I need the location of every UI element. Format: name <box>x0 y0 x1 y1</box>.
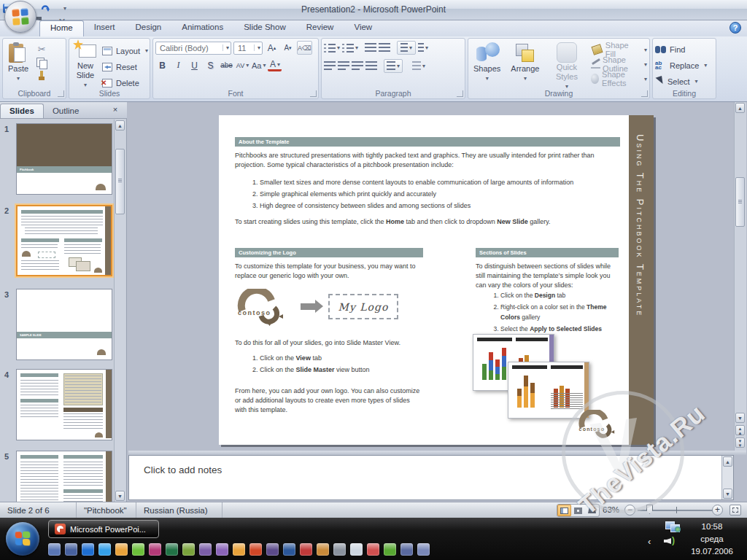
help-button[interactable]: ? <box>729 22 741 34</box>
convert-smartart-button[interactable] <box>412 61 425 71</box>
scroll-down-button[interactable]: ▼ <box>115 491 125 501</box>
movie-maker-icon[interactable] <box>400 543 413 556</box>
replace-button[interactable]: abacReplace <box>655 58 713 72</box>
italic-button[interactable]: I <box>171 58 185 72</box>
decrease-indent-button[interactable] <box>365 43 376 53</box>
grow-font-button[interactable]: A▴ <box>265 41 279 55</box>
slide-2-thumbnail-selected[interactable] <box>16 205 112 276</box>
tab-insert[interactable]: Insert <box>84 20 125 36</box>
align-right-button[interactable] <box>352 61 363 71</box>
tab-review[interactable]: Review <box>296 20 344 36</box>
status-slide-indicator[interactable]: Slide 2 of 6 <box>0 502 77 518</box>
tab-animations[interactable]: Animations <box>171 20 233 36</box>
messenger-icon[interactable] <box>132 543 144 556</box>
align-left-button[interactable] <box>324 61 336 71</box>
find-button[interactable]: Find <box>655 42 713 56</box>
slide-5-thumbnail[interactable] <box>16 451 112 502</box>
tab-design[interactable]: Design <box>125 20 171 36</box>
volume-icon[interactable] <box>664 535 678 547</box>
sharepoint-icon[interactable] <box>182 543 195 556</box>
snipping-tool-icon[interactable] <box>300 543 312 556</box>
copy-button[interactable] <box>34 57 49 69</box>
new-slide-button[interactable]: New Slide <box>71 41 99 91</box>
infopath-icon[interactable] <box>216 543 228 556</box>
cut-button[interactable]: ✂ <box>34 42 49 55</box>
layout-button[interactable]: Layout <box>102 44 148 58</box>
slide-4-thumbnail[interactable] <box>16 369 112 440</box>
slide-canvas[interactable]: Using The Pitchbook Template About the T… <box>219 115 654 445</box>
scrollbar-thumb[interactable] <box>735 177 745 227</box>
internet-explorer-icon[interactable] <box>98 543 111 556</box>
character-spacing-button[interactable]: AV <box>236 58 249 72</box>
change-case-button[interactable]: Aa <box>252 58 266 72</box>
taskbar-powerpoint-task[interactable]: Microsoft PowerPoi... <box>48 520 159 538</box>
line-spacing-button[interactable] <box>397 41 416 55</box>
outlook-shortcut-icon[interactable] <box>233 543 245 556</box>
access-icon[interactable] <box>149 543 161 556</box>
justify-button[interactable] <box>365 61 377 71</box>
shape-outline-button[interactable]: Shape Outline <box>591 58 647 71</box>
font-color-button[interactable]: A <box>268 59 282 71</box>
paragraph-dialog-launcher[interactable] <box>457 90 463 97</box>
clock[interactable]: 10:58 среда 19.07.2006 <box>683 521 741 558</box>
vertical-scrollbar[interactable]: ▲ ▼ ▲▲ ▼▼ <box>734 102 746 451</box>
media-player-icon[interactable] <box>82 543 94 556</box>
columns-button[interactable] <box>384 59 403 73</box>
scroll-up-button[interactable]: ▲ <box>115 120 125 131</box>
paste-button[interactable]: Paste <box>5 41 31 85</box>
outlook-icon[interactable] <box>115 543 128 556</box>
tab-view[interactable]: View <box>344 20 382 36</box>
numbering-button[interactable] <box>342 43 358 53</box>
windows-update-icon[interactable] <box>384 543 396 556</box>
tab-slides[interactable]: Slides <box>0 104 44 118</box>
slide-1-thumbnail[interactable]: Pitchbook <box>16 123 112 195</box>
notepad-icon[interactable] <box>350 543 363 556</box>
drawing-dialog-launcher[interactable] <box>641 90 648 97</box>
panel-close-button[interactable]: × <box>109 105 121 116</box>
previous-slide-button[interactable]: ▲▲ <box>735 425 745 435</box>
slide-show-button[interactable] <box>585 505 599 516</box>
text-direction-button[interactable] <box>418 43 428 53</box>
bullets-button[interactable] <box>324 43 340 53</box>
status-language[interactable]: Russian (Russia) <box>136 502 222 518</box>
quick-styles-button[interactable]: Quick Styles <box>546 41 587 93</box>
shapes-button[interactable]: Shapes <box>471 41 503 93</box>
slide-sorter-button[interactable] <box>571 505 585 516</box>
gift-icon[interactable] <box>367 543 379 556</box>
normal-view-button[interactable] <box>557 505 571 516</box>
font-dialog-launcher[interactable] <box>310 90 317 97</box>
hide-icons-chevron[interactable]: ‹ <box>648 536 651 547</box>
start-button[interactable] <box>6 522 39 556</box>
text-shadow-button[interactable]: S <box>204 58 217 72</box>
office-button[interactable] <box>4 1 36 33</box>
calculator-icon[interactable] <box>333 543 346 556</box>
show-desktop-icon[interactable] <box>48 543 61 556</box>
zoom-slider-thumb[interactable] <box>646 505 653 514</box>
arrange-button[interactable]: Arrange <box>508 41 542 93</box>
select-button[interactable]: Select <box>655 74 713 88</box>
delete-button[interactable]: Delete <box>102 76 148 90</box>
panel-scrollbar[interactable]: ▲ ▼ <box>114 120 125 502</box>
word-icon[interactable] <box>283 543 295 556</box>
zoom-out-button[interactable]: − <box>624 505 635 516</box>
zoom-level[interactable]: 63% <box>603 505 619 514</box>
tab-home[interactable]: Home <box>39 20 84 36</box>
font-size-combobox[interactable]: 11▾ <box>233 42 263 55</box>
excel-icon[interactable] <box>166 543 178 556</box>
scrollbar-thumb[interactable] <box>115 149 125 214</box>
status-theme[interactable]: "Pitchbook" <box>77 502 136 518</box>
fit-to-window-button[interactable] <box>729 505 741 516</box>
scroll-up-button[interactable]: ▲ <box>735 103 745 113</box>
next-slide-button[interactable]: ▼▼ <box>735 438 745 448</box>
slide-3-thumbnail[interactable]: SAMPLE SLIDE <box>16 289 112 360</box>
photo-gallery-icon[interactable] <box>417 543 430 556</box>
tab-slide-show[interactable]: Slide Show <box>233 20 296 36</box>
notes-placeholder[interactable]: Click to add notes <box>144 464 222 475</box>
align-center-button[interactable] <box>338 61 349 71</box>
scroll-down-button[interactable]: ▼ <box>735 413 745 423</box>
powerpoint-icon[interactable] <box>249 543 262 556</box>
shape-effects-button[interactable]: Shape Effects <box>591 72 647 85</box>
publisher-icon[interactable] <box>199 543 212 556</box>
format-painter-button[interactable] <box>34 70 49 82</box>
bold-button[interactable]: B <box>155 58 169 72</box>
